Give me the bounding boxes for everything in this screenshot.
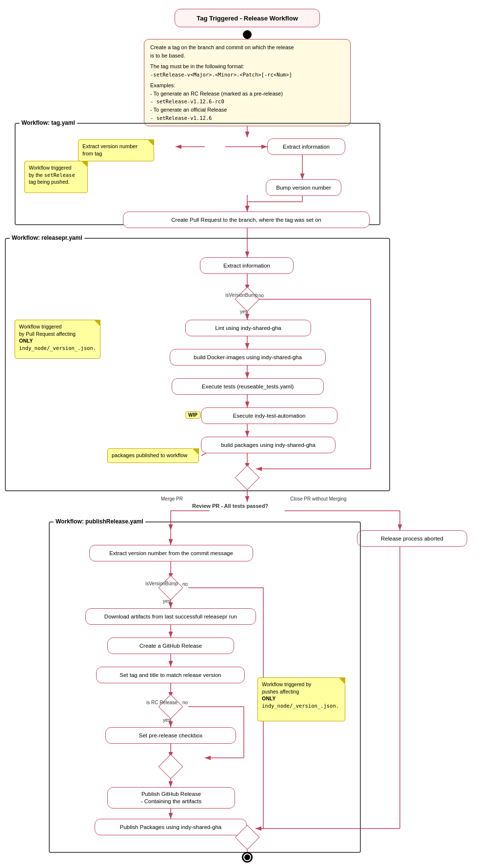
- workflow-trigger-note2: Workflow triggered by Pull Request affec…: [15, 320, 100, 359]
- review-pr-label: Review PR - All tests passed?: [192, 503, 268, 509]
- packages-note: packages published to workflow: [107, 448, 199, 463]
- yes-3-label: yes: [163, 717, 171, 723]
- tag-desc-line8: - To generate an official Release: [150, 106, 344, 114]
- yes-2-label: yes: [163, 598, 171, 604]
- extract-version-commit-node: Extract version number from the commit m…: [89, 545, 253, 561]
- no-1-label: no: [258, 293, 264, 298]
- start-node: [243, 30, 252, 39]
- wip-badge: WIP: [185, 411, 200, 419]
- merge-pr-label: Merge PR: [161, 496, 183, 502]
- tag-desc-line7: - setRelease-v1.12.6-rc0: [150, 97, 344, 106]
- publish-github-node: Publish GitHub Release - Containing the …: [107, 787, 235, 809]
- workflow2-label: Workflow: releasepr.yaml: [10, 234, 84, 241]
- extract-version-tag-note: Extract version number from tag: [78, 139, 154, 161]
- workflow3-label: Workflow: publishRelease.yaml: [54, 518, 145, 525]
- is-version-bump-2-label: isVersionBump: [145, 581, 178, 586]
- download-artifacts-node: Download artifacts from last successfull…: [85, 608, 256, 625]
- release-aborted-node: Release process aborted: [357, 530, 467, 547]
- build-packages-node: build packages using indy-shared-gha: [201, 437, 336, 453]
- tag-desc-line6: - To generate an RC Release (marked as a…: [150, 90, 344, 98]
- title-node: Tag Triggered - Release Workflow: [175, 9, 320, 27]
- tag-desc-line1: Create a tag on the branch and commit on…: [150, 43, 344, 52]
- close-pr-label: Close PR without Merging: [290, 496, 347, 502]
- diagram-container: Tag Triggered - Release Workflow Create …: [0, 0, 494, 868]
- yes-1-label: yes: [240, 309, 248, 314]
- tag-desc-line4: -setRelease-v<Major>.<Minor>.<Patch>[-rc…: [150, 71, 344, 79]
- lint-node: Lint using indy-shared-gha: [185, 320, 311, 336]
- tag-desc-line5: Examples:: [150, 81, 344, 90]
- is-version-bump-1-label: isVersionBump: [225, 292, 258, 298]
- end-node: [242, 852, 253, 863]
- no-3-label: no: [182, 700, 188, 705]
- workflow1-label: Workflow: tag.yaml: [20, 119, 77, 126]
- bump-version-node: Bump version number: [266, 179, 341, 196]
- tag-desc-line9: - setRelease-v1.12.6: [150, 114, 344, 122]
- workflow-trigger-note3: Workflow triggered by pushes affecting O…: [257, 677, 345, 721]
- tag-desc-node: Create a tag on the branch and commit on…: [144, 39, 351, 126]
- title-text: Tag Triggered - Release Workflow: [197, 15, 298, 22]
- set-tag-title-node: Set tag and title to match release versi…: [96, 667, 245, 683]
- is-rc-release-label: is RC Release: [146, 700, 178, 705]
- extract-info-2-node: Extract information: [200, 257, 294, 274]
- execute-tests-node: Execute tests (reuseable_tests.yaml): [172, 378, 324, 395]
- no-2-label: no: [182, 581, 188, 587]
- build-docker-node: build Docker-images using indy-shared-gh…: [170, 349, 326, 366]
- create-github-release-node: Create a GitHub Release: [107, 637, 234, 654]
- create-pr-node: Create Pull Request to the branch, where…: [123, 212, 370, 228]
- tag-desc-line2: is to be based.: [150, 52, 344, 60]
- set-prerelease-node: Set pre-release checkbox: [105, 727, 236, 744]
- esecute-indy-node: Esecute indy-test-automation: [201, 407, 337, 424]
- tag-desc-line3: The tag must be in the following format:: [150, 62, 344, 71]
- workflow-trigger-note1: Workflow triggered by the setRelease tag…: [24, 161, 88, 193]
- extract-info-1-node: Extract information: [267, 138, 345, 155]
- publish-packages-node: Publish Packages using indy-shared-gha: [95, 819, 247, 835]
